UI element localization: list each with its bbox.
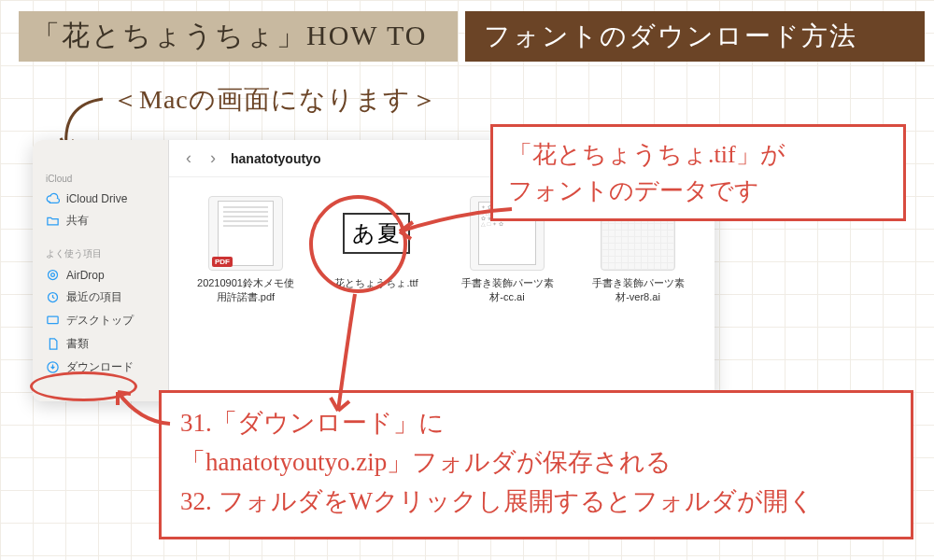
folder-shared-icon	[46, 214, 60, 228]
svg-point-0	[51, 273, 55, 277]
sidebar-item-documents[interactable]: 書類	[33, 332, 168, 356]
document-icon	[46, 337, 60, 351]
svg-rect-3	[48, 316, 58, 324]
sidebar-item-airdrop[interactable]: AirDrop	[33, 264, 168, 286]
cloud-icon	[46, 191, 60, 205]
sidebar-item-label: ダウンロード	[66, 359, 134, 375]
callout-line: 「花とちょうちょ.tif」が	[508, 136, 888, 173]
clock-icon	[46, 290, 60, 304]
file-label: 手書き装飾パーツ素材-cc.ai	[455, 276, 559, 304]
file-item-pdf[interactable]: 20210901鈴木メモ使用許諾書.pdf	[193, 196, 298, 304]
file-label: 花とちょうちょ.ttf	[334, 276, 417, 290]
sidebar-item-label: iCloud Drive	[66, 192, 127, 205]
callout-line: フォントのデータです	[508, 173, 888, 209]
instruction-line: 「hanatotyoutyo.zip」フォルダが保存される	[180, 443, 892, 483]
finder-sidebar: iCloud iCloud Drive 共有 よく使う項目 AirDrop 最近…	[33, 140, 169, 401]
sidebar-item-desktop[interactable]: デスクトップ	[33, 309, 168, 332]
download-icon	[46, 360, 60, 374]
file-thumb-pdf	[208, 196, 283, 271]
sidebar-item-label: 書類	[66, 336, 89, 352]
sidebar-item-label: 共有	[66, 213, 89, 229]
nav-back-button[interactable]: ‹	[182, 148, 195, 168]
header-banner-right: フォントのダウンロード方法	[465, 11, 925, 62]
folder-title: hanatotyoutyo	[231, 151, 320, 166]
callout-instructions: 31.「ダウンロード」に 「hanatotyoutyo.zip」フォルダが保存さ…	[159, 390, 913, 539]
ttf-preview-text: あ夏	[343, 213, 410, 254]
sidebar-section-label: よく使う項目	[33, 244, 168, 264]
nav-forward-button[interactable]: ›	[206, 148, 219, 168]
file-label: 手書き装飾パーツ素材-ver8.ai	[586, 276, 690, 304]
sidebar-item-downloads[interactable]: ダウンロード	[33, 356, 168, 379]
desktop-icon	[46, 314, 60, 328]
header-banner-left: 「花とちょうちょ」HOW TO	[19, 11, 458, 62]
sidebar-item-shared[interactable]: 共有	[33, 209, 168, 232]
file-label: 20210901鈴木メモ使用許諾書.pdf	[193, 276, 298, 304]
sidebar-item-recents[interactable]: 最近の項目	[33, 286, 168, 309]
sidebar-section-label: iCloud	[33, 170, 168, 188]
sidebar-item-label: AirDrop	[66, 269, 105, 282]
svg-point-1	[49, 271, 58, 280]
instruction-line: 31.「ダウンロード」に	[180, 404, 892, 443]
instruction-line: 32. フォルダをWクリックし展開するとフォルダが開く	[180, 483, 892, 522]
sidebar-item-label: 最近の項目	[66, 289, 122, 305]
airdrop-icon	[46, 268, 60, 282]
sidebar-item-label: デスクトップ	[66, 313, 134, 329]
mac-screen-note: ＜Macの画面になります＞	[112, 82, 438, 118]
callout-font-data: 「花とちょうちょ.tif」が フォントのデータです	[490, 124, 906, 221]
sidebar-item-icloud-drive[interactable]: iCloud Drive	[33, 188, 168, 209]
file-thumb-ttf: あ夏	[339, 196, 414, 271]
file-item-ttf[interactable]: あ夏 花とちょうちょ.ttf	[324, 196, 429, 290]
